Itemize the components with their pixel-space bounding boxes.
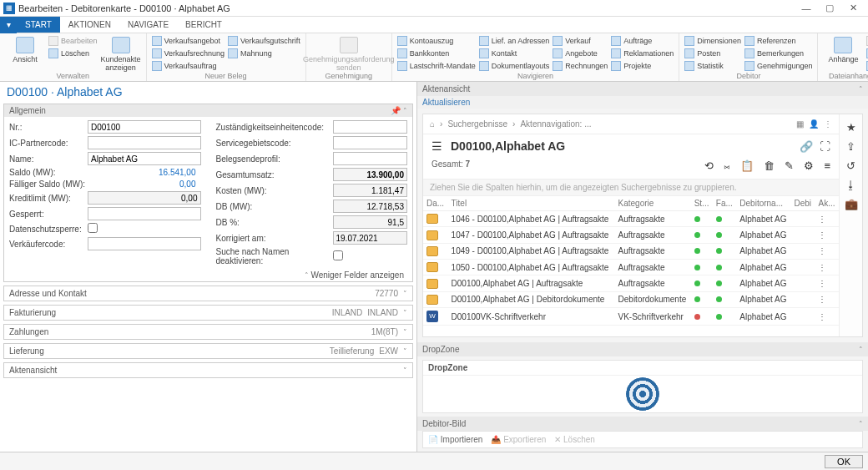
posten-button[interactable]: Posten bbox=[684, 48, 741, 59]
bc-aktennavigation[interactable]: Aktennavigation: ... bbox=[520, 119, 591, 129]
service-input[interactable] bbox=[333, 136, 408, 149]
suche-deaktivieren-checkbox[interactable] bbox=[333, 250, 343, 260]
table-row[interactable]: D00100,Alphabet AG | AuftragsakteAuftrag… bbox=[423, 275, 839, 291]
grid-view-icon[interactable]: ▦ bbox=[796, 119, 804, 129]
zust-input[interactable] bbox=[333, 120, 408, 134]
row-menu-icon[interactable]: ⋮ bbox=[815, 275, 839, 291]
liefadressen-button[interactable]: Lief. an Adressen bbox=[479, 35, 550, 47]
allgemein-header[interactable]: Allgemein 📌 ˄ bbox=[4, 104, 412, 117]
verkauf-button[interactable]: Verkauf bbox=[553, 35, 608, 47]
importieren-button[interactable]: 📄 Importieren bbox=[428, 435, 482, 444]
ok-button[interactable]: OK bbox=[825, 455, 863, 468]
genehmigung-senden-button[interactable]: Genehmigungsanforderung senden bbox=[311, 35, 386, 72]
referenzen-button[interactable]: Referenzen bbox=[744, 35, 813, 47]
row-menu-icon[interactable]: ⋮ bbox=[815, 291, 839, 307]
minimize-button[interactable]: — bbox=[795, 3, 818, 13]
name-input[interactable] bbox=[88, 152, 201, 165]
statistik-button[interactable]: Statistik bbox=[684, 60, 741, 72]
aktualisieren-link[interactable]: Aktualisieren bbox=[417, 96, 868, 109]
expand-icon[interactable]: ⛶ bbox=[820, 140, 830, 153]
star-icon[interactable]: ★ bbox=[846, 121, 856, 134]
table-row[interactable]: 1047 - D00100,Alphabet AG | Auftragsakte… bbox=[423, 227, 839, 243]
fasttab-adresse[interactable]: Adresse und Kontakt72770˅ bbox=[3, 286, 413, 301]
kundenakte-button[interactable]: Kundenakte anzeigen bbox=[101, 35, 141, 72]
home-icon[interactable]: ⌂ bbox=[430, 119, 435, 129]
app-menu-button[interactable]: ▾ bbox=[0, 17, 17, 33]
exportieren-button[interactable]: 📤 Exportieren bbox=[491, 435, 546, 444]
ic-input[interactable] bbox=[88, 136, 201, 149]
refresh-icon[interactable]: ⟲ bbox=[704, 159, 714, 172]
more-icon[interactable]: ⋮ bbox=[824, 119, 832, 129]
edit-icon[interactable]: ✎ bbox=[785, 159, 794, 172]
chevron-up-icon[interactable]: ˄ bbox=[403, 107, 407, 115]
rechnungen-button[interactable]: Rechnungen bbox=[553, 60, 608, 72]
table-row[interactable]: D00100,Alphabet AG | DebitordokumenteDeb… bbox=[423, 291, 839, 307]
dimensionen-button[interactable]: Dimensionen bbox=[684, 35, 741, 47]
verkaeufer-input[interactable] bbox=[88, 237, 201, 250]
close-button[interactable]: ✕ bbox=[841, 3, 865, 13]
link-icon[interactable]: 🔗 bbox=[800, 140, 813, 153]
fasttab-aktenansicht[interactable]: Aktenansicht˅ bbox=[3, 362, 413, 378]
delete-icon[interactable]: 🗑 bbox=[764, 159, 775, 172]
unlink-icon[interactable]: ⨝ bbox=[724, 159, 730, 172]
bild-loeschen-button[interactable]: ✕ Löschen bbox=[554, 435, 595, 444]
group-bar[interactable]: Ziehen Sie die Spalten hierhin, um die a… bbox=[423, 179, 839, 196]
verkaufsauftrag-button[interactable]: Verkaufsauftrag bbox=[152, 60, 225, 72]
anhaenge-button[interactable]: Anhänge bbox=[823, 35, 863, 72]
row-menu-icon[interactable]: ⋮ bbox=[815, 308, 839, 326]
lastschrift-button[interactable]: Lastschrift-Mandate bbox=[397, 60, 476, 72]
loeschen-button[interactable]: Löschen bbox=[48, 48, 98, 59]
verkaufsangebot-button[interactable]: Verkaufsangebot bbox=[152, 35, 225, 47]
nr-input[interactable] bbox=[88, 120, 201, 134]
faelliger-link[interactable]: 0,00 bbox=[88, 179, 201, 189]
verkaufsgutschrift-button[interactable]: Verkaufsgutschrift bbox=[228, 35, 300, 47]
angebote-button[interactable]: Angebote bbox=[553, 48, 608, 59]
bemerkungen-button[interactable]: Bemerkungen bbox=[744, 48, 813, 59]
pin-icon[interactable]: 📌 bbox=[391, 106, 401, 115]
settings-icon[interactable]: ⚙ bbox=[804, 159, 814, 172]
filter-icon[interactable]: ≡ bbox=[824, 159, 830, 172]
kontoauszug-button[interactable]: Kontoauszug bbox=[397, 35, 476, 47]
table-row[interactable]: WD00100VK-SchriftverkehrVK-Schriftverkeh… bbox=[423, 308, 839, 326]
dropzone-area[interactable] bbox=[423, 376, 862, 412]
gesperrt-input[interactable] bbox=[88, 207, 201, 220]
dropzone-header[interactable]: DropZone˄ bbox=[417, 342, 868, 356]
row-menu-icon[interactable]: ⋮ bbox=[815, 260, 839, 275]
genehmigungen-button[interactable]: Genehmigungen bbox=[744, 60, 813, 72]
saldo-link[interactable]: 16.541,00 bbox=[88, 168, 201, 177]
menu-icon[interactable]: ☰ bbox=[431, 139, 442, 153]
datenschutz-checkbox[interactable] bbox=[88, 223, 98, 233]
fasttab-fakturierung[interactable]: FakturierungINLANDINLAND˅ bbox=[3, 305, 413, 321]
auftraege-button[interactable]: Aufträge bbox=[611, 35, 674, 47]
mahnung-button[interactable]: Mahnung bbox=[228, 48, 300, 59]
belegsende-input[interactable] bbox=[333, 152, 408, 165]
share-icon[interactable]: ⇪ bbox=[846, 140, 855, 153]
tab-start[interactable]: START bbox=[17, 17, 60, 33]
maximize-button[interactable]: ▢ bbox=[818, 3, 841, 13]
user-icon[interactable]: 👤 bbox=[809, 119, 819, 129]
reklamationen-button[interactable]: Reklamationen bbox=[611, 48, 674, 59]
tab-aktionen[interactable]: AKTIONEN bbox=[60, 17, 119, 33]
ansicht-button[interactable]: Ansicht bbox=[5, 35, 45, 72]
history-icon[interactable]: ↺ bbox=[846, 159, 855, 172]
verkaufsrechnung-button[interactable]: Verkaufsrechnung bbox=[152, 48, 225, 59]
tab-navigate[interactable]: NAVIGATE bbox=[119, 17, 177, 33]
kreditlimit-input[interactable] bbox=[88, 191, 201, 205]
debitor-bild-header[interactable]: Debitor-Bild˄ bbox=[417, 417, 868, 431]
fasttab-zahlungen[interactable]: Zahlungen1M(8T)˅ bbox=[3, 324, 413, 340]
show-less-link[interactable]: ˄ Weniger Felder anzeigen bbox=[4, 269, 412, 281]
bankkonten-button[interactable]: Bankkonten bbox=[397, 48, 476, 59]
row-menu-icon[interactable]: ⋮ bbox=[815, 211, 839, 227]
clipboard-icon[interactable]: 📋 bbox=[740, 159, 754, 172]
table-row[interactable]: 1046 - D00100,Alphabet AG | Auftragsakte… bbox=[423, 211, 839, 227]
collapse-icon[interactable]: ˄ bbox=[859, 85, 863, 93]
bearbeiten-button[interactable]: Bearbeiten bbox=[48, 35, 98, 47]
dokumentlayouts-button[interactable]: Dokumentlayouts bbox=[479, 60, 550, 72]
briefcase-icon[interactable]: 💼 bbox=[845, 198, 858, 210]
table-row[interactable]: 1050 - D00100,Alphabet AG | Auftragsakte… bbox=[423, 260, 839, 275]
results-grid[interactable]: Da... Titel Kategorie St... Fa... Debito… bbox=[423, 196, 839, 326]
kontakt-button[interactable]: Kontakt bbox=[479, 48, 550, 59]
projekte-button[interactable]: Projekte bbox=[611, 60, 674, 72]
download-icon[interactable]: ⭳ bbox=[845, 179, 856, 191]
bc-suchergebnisse[interactable]: Suchergebnisse bbox=[447, 119, 507, 129]
